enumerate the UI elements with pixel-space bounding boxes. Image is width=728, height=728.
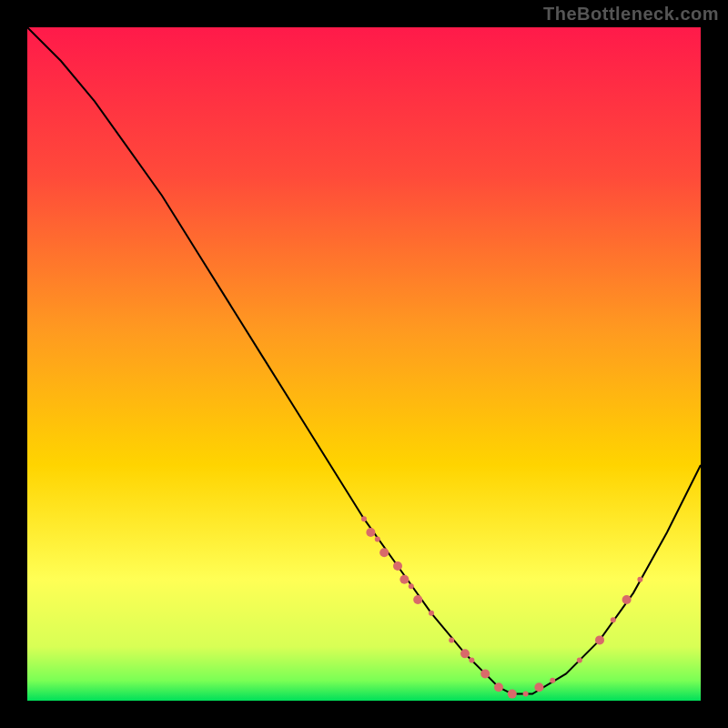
watermark-text: TheBottleneck.com — [543, 4, 719, 25]
scatter-dot — [409, 583, 414, 589]
gradient-background — [27, 27, 701, 701]
scatter-dot — [361, 516, 367, 521]
scatter-dot — [534, 682, 543, 692]
plot-area — [27, 27, 701, 701]
scatter-dot — [494, 682, 503, 692]
scatter-dot — [577, 658, 582, 663]
scatter-dot — [523, 692, 529, 697]
scatter-dot — [429, 611, 434, 616]
scatter-dot — [595, 635, 604, 644]
scatter-dot — [449, 637, 454, 642]
scatter-dot — [480, 669, 490, 678]
scatter-dot — [460, 649, 470, 658]
scatter-dot — [393, 561, 402, 571]
scatter-dot — [366, 528, 375, 537]
scatter-dot — [622, 595, 632, 604]
scatter-dot — [379, 548, 389, 557]
chart-svg — [27, 27, 701, 701]
scatter-dot — [413, 595, 422, 604]
scatter-dot — [550, 678, 555, 683]
scatter-dot — [399, 575, 409, 584]
scatter-dot — [611, 617, 616, 622]
scatter-dot — [508, 690, 517, 699]
chart-frame: TheBottleneck.com — [0, 0, 728, 728]
scatter-dot — [375, 536, 380, 541]
scatter-dot — [637, 577, 642, 582]
scatter-dot — [469, 658, 474, 663]
